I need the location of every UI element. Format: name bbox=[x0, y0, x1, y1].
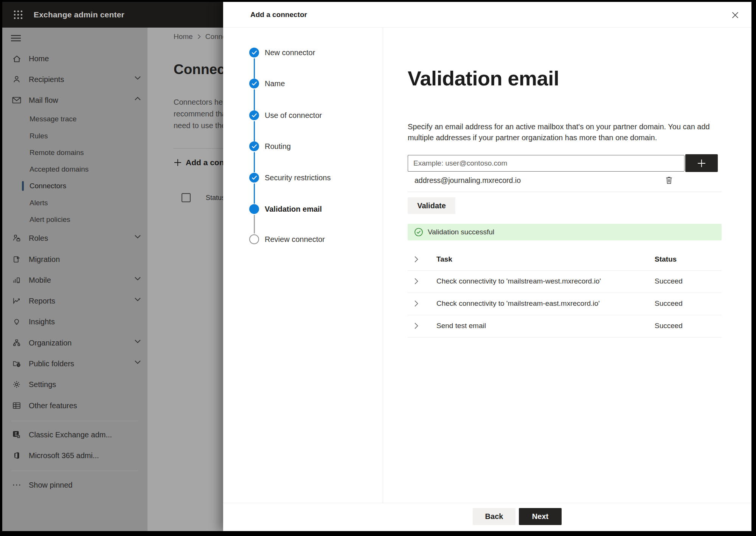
validation-success-banner: Validation successful bbox=[408, 224, 722, 240]
sidebar-item-home[interactable]: Home bbox=[2, 51, 147, 66]
section-divider bbox=[408, 192, 722, 192]
breadcrumb: Home Connec bbox=[174, 32, 230, 41]
step-done-icon bbox=[249, 141, 259, 151]
sidebar-item-mail-flow[interactable]: Mail flow bbox=[2, 93, 147, 108]
sidebar-item-mobile[interactable]: Mobile bbox=[2, 273, 147, 288]
sidebar-item-migration[interactable]: Migration bbox=[2, 252, 147, 267]
person-icon bbox=[12, 75, 21, 84]
back-button[interactable]: Back bbox=[473, 508, 515, 525]
step-done-icon bbox=[249, 173, 259, 183]
sidebar-item-message-trace[interactable]: Message trace bbox=[2, 112, 147, 127]
task-column-header: Task bbox=[436, 255, 452, 263]
exchange-logo-icon bbox=[12, 430, 21, 439]
footer-divider bbox=[223, 503, 751, 503]
person-briefcase-icon bbox=[12, 234, 21, 243]
table-bottom-border bbox=[408, 337, 722, 338]
app-launcher-button[interactable] bbox=[10, 7, 26, 22]
chevron-up-icon bbox=[135, 97, 141, 104]
step-connector-line bbox=[254, 215, 255, 234]
step-use-of-connector[interactable]: Use of connector bbox=[265, 110, 322, 121]
next-button[interactable]: Next bbox=[519, 508, 562, 525]
mobile-stats-icon bbox=[12, 276, 21, 285]
breadcrumb-chevron-icon bbox=[197, 34, 201, 39]
step-security-restrictions[interactable]: Security restrictions bbox=[265, 172, 331, 183]
grid-table-icon bbox=[12, 401, 21, 410]
sidebar-divider bbox=[11, 421, 138, 421]
chevron-down-icon bbox=[135, 235, 141, 242]
hamburger-icon bbox=[11, 34, 21, 42]
lightbulb-icon bbox=[12, 317, 21, 326]
delete-address-button[interactable] bbox=[662, 174, 676, 187]
expand-row-chevron-icon[interactable] bbox=[414, 300, 421, 308]
selected-indicator bbox=[22, 181, 24, 191]
status-cell: Succeed bbox=[655, 322, 683, 330]
task-cell: Check connectivity to 'mailstream-west.m… bbox=[436, 277, 601, 285]
expand-row-chevron-icon[interactable] bbox=[414, 322, 421, 330]
org-chart-icon bbox=[12, 338, 21, 347]
validation-results-table: Task Status Check connectivity to 'mails… bbox=[408, 249, 722, 338]
sidebar-item-recipients[interactable]: Recipients bbox=[2, 72, 147, 87]
sidebar-nav: Home Recipients Mail flow Message trace … bbox=[2, 28, 147, 531]
panel-header: Add a connector bbox=[223, 2, 751, 28]
sidebar-item-alert-policies[interactable]: Alert policies bbox=[2, 212, 147, 227]
step-connector-line bbox=[254, 183, 255, 204]
step-connector-line bbox=[254, 121, 255, 141]
sidebar-item-rules[interactable]: Rules bbox=[2, 129, 147, 144]
ellipsis-icon bbox=[12, 480, 21, 490]
step-done-icon bbox=[249, 79, 259, 88]
collapse-nav-button[interactable] bbox=[11, 32, 24, 44]
sidebar-item-settings[interactable]: Settings bbox=[2, 377, 147, 392]
status-column-header: Status bbox=[655, 255, 677, 263]
step-new-connector[interactable]: New connector bbox=[265, 47, 315, 58]
plus-icon bbox=[695, 157, 708, 169]
step-review-connector[interactable]: Review connector bbox=[265, 234, 325, 245]
sidebar-item-public-folders[interactable]: Public folders bbox=[2, 356, 147, 371]
waffle-icon bbox=[13, 10, 23, 20]
sidebar-item-alerts[interactable]: Alerts bbox=[2, 195, 147, 211]
sidebar-item-remote-domains[interactable]: Remote domains bbox=[2, 145, 147, 160]
breadcrumb-home-link[interactable]: Home bbox=[174, 33, 193, 41]
sidebar-item-microsoft-365-admin[interactable]: Microsoft 365 admi... bbox=[2, 448, 147, 463]
expand-all-chevron-icon[interactable] bbox=[414, 256, 421, 263]
document-arrow-icon bbox=[12, 255, 21, 264]
step-connector-line bbox=[254, 152, 255, 172]
expand-row-chevron-icon[interactable] bbox=[414, 278, 421, 285]
step-routing[interactable]: Routing bbox=[265, 141, 291, 152]
wizard-stepper bbox=[223, 28, 383, 503]
sidebar-item-show-pinned[interactable]: Show pinned bbox=[2, 477, 147, 493]
panel-title: Add a connector bbox=[250, 2, 307, 28]
step-description: Specify an email address for an active m… bbox=[408, 121, 710, 143]
close-panel-button[interactable] bbox=[728, 8, 742, 22]
add-connector-button[interactable]: Add a conn bbox=[174, 156, 229, 169]
select-all-checkbox[interactable] bbox=[182, 193, 191, 202]
step-validation-email[interactable]: Validation email bbox=[265, 204, 322, 214]
office-logo-icon bbox=[12, 451, 21, 460]
sidebar-item-insights[interactable]: Insights bbox=[2, 314, 147, 329]
address-list-item: address@journaling.mxrecord.io bbox=[408, 173, 722, 187]
sidebar-item-roles[interactable]: Roles bbox=[2, 231, 147, 246]
sidebar-item-other-features[interactable]: Other features bbox=[2, 398, 147, 413]
step-current-icon bbox=[249, 204, 259, 214]
chevron-down-icon bbox=[135, 339, 141, 346]
email-address-input[interactable] bbox=[408, 155, 685, 172]
address-value: address@journaling.mxrecord.io bbox=[414, 176, 521, 185]
folder-globe-icon bbox=[12, 359, 21, 368]
sidebar-item-connectors[interactable]: Connectors bbox=[2, 178, 147, 194]
step-name[interactable]: Name bbox=[265, 78, 285, 89]
sidebar-item-organization[interactable]: Organization bbox=[2, 335, 147, 350]
gear-icon bbox=[12, 380, 21, 389]
chevron-down-icon bbox=[135, 277, 141, 283]
sidebar-item-classic-exchange-admin[interactable]: Classic Exchange adm... bbox=[2, 427, 147, 442]
sidebar-item-reports[interactable]: Reports bbox=[2, 293, 147, 308]
step-connector-line bbox=[254, 89, 255, 110]
status-column-header: Status bbox=[206, 194, 225, 202]
sidebar-item-accepted-domains[interactable]: Accepted domains bbox=[2, 162, 147, 177]
step-pending-icon bbox=[249, 234, 259, 244]
validate-button[interactable]: Validate bbox=[408, 197, 455, 214]
step-done-icon bbox=[249, 48, 259, 57]
page-title: Connect bbox=[174, 62, 230, 77]
table-row: Send test email Succeed bbox=[408, 315, 722, 337]
add-address-button[interactable] bbox=[685, 154, 718, 172]
step-done-icon bbox=[249, 110, 259, 120]
plus-icon bbox=[174, 158, 182, 167]
